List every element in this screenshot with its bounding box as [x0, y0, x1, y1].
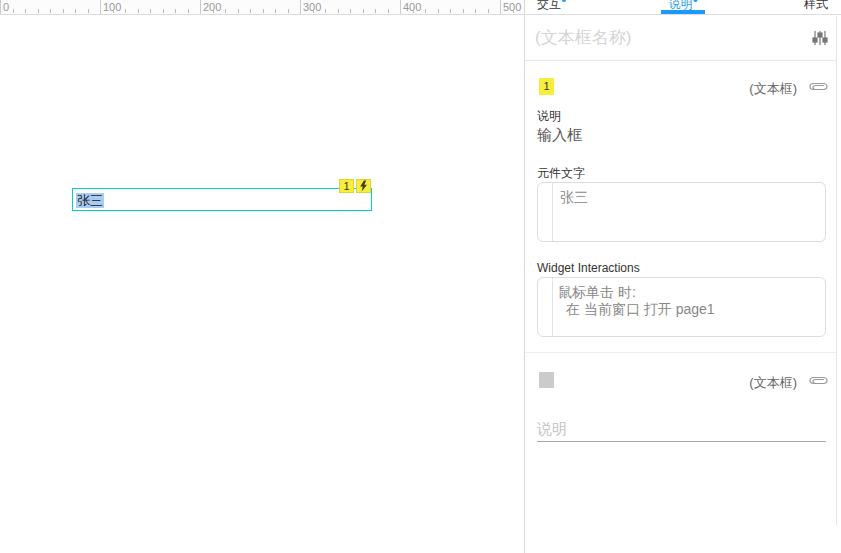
tab-label: 样式	[804, 0, 828, 11]
widget-text-label: 元件文字	[537, 165, 585, 182]
ruler-minor-tick	[375, 9, 376, 13]
interaction-action: 在 当前窗口 打开 page1	[566, 301, 715, 319]
paperclip-icon[interactable]	[809, 81, 828, 92]
note-field-value[interactable]: 输入框	[537, 126, 582, 145]
widget-text-value: 张三	[560, 189, 588, 207]
ruler: 0100200300400500	[0, 0, 524, 15]
section-divider	[525, 352, 836, 353]
widget-interactions-box[interactable]: 鼠标单击 时: 在 当前窗口 打开 page1	[537, 277, 826, 337]
tune-filter-icon[interactable]	[812, 30, 828, 46]
box-gutter-line	[552, 278, 553, 336]
paperclip-icon[interactable]	[809, 375, 828, 386]
ruler-minor-tick	[38, 9, 39, 13]
ruler-minor-tick	[338, 9, 339, 13]
widget-text: 张三	[76, 193, 104, 208]
ruler-major-tick	[500, 0, 501, 15]
active-tab-underline	[661, 10, 705, 14]
widget-name-input[interactable]	[535, 25, 803, 51]
interaction-event: 鼠标单击 时:	[558, 284, 636, 302]
section-divider	[525, 60, 836, 61]
ruler-minor-tick	[325, 9, 326, 13]
widget-interactions-label: Widget Interactions	[537, 261, 640, 275]
ruler-minor-tick	[88, 9, 89, 13]
tab-interactions[interactable]: 交互	[537, 0, 566, 13]
ruler-major-tick	[0, 0, 1, 15]
ruler-major-tick	[200, 0, 201, 15]
ruler-minor-tick	[125, 9, 126, 13]
ruler-minor-tick	[50, 9, 51, 13]
ruler-major-tick	[400, 0, 401, 15]
widget-text-box[interactable]: 张三	[537, 182, 826, 242]
note-input-empty[interactable]	[537, 415, 826, 442]
ruler-minor-tick	[413, 9, 414, 13]
tab-label: 交互	[537, 0, 561, 11]
tab-dot-indicator	[562, 0, 566, 2]
ruler-minor-tick	[150, 9, 151, 13]
ruler-minor-tick	[350, 9, 351, 13]
ruler-minor-tick	[13, 9, 14, 13]
ruler-minor-tick	[475, 9, 476, 13]
ruler-minor-tick	[213, 9, 214, 13]
widget-type-label: (文本框)	[749, 80, 797, 98]
ruler-minor-tick	[25, 9, 26, 13]
ruler-minor-tick	[238, 9, 239, 13]
ruler-minor-tick	[388, 9, 389, 13]
interaction-bolt-badge[interactable]	[356, 179, 371, 193]
ruler-label: 0	[3, 1, 9, 13]
tab-style[interactable]: 样式	[804, 0, 828, 13]
ruler-minor-tick	[488, 9, 489, 13]
panel-scrollbar-track[interactable]	[836, 16, 837, 525]
ruler-minor-tick	[513, 9, 514, 13]
ruler-minor-tick	[438, 9, 439, 13]
footnote-number-badge[interactable]: 1	[339, 179, 354, 193]
widget-type-label: (文本框)	[749, 374, 797, 392]
tab-dot-indicator	[694, 0, 698, 2]
ruler-minor-tick	[363, 9, 364, 13]
ruler-minor-tick	[263, 9, 264, 13]
ruler-minor-tick	[188, 9, 189, 13]
ruler-major-tick	[300, 0, 301, 15]
ruler-minor-tick	[275, 9, 276, 13]
ruler-minor-tick	[450, 9, 451, 13]
ruler-minor-tick	[63, 9, 64, 13]
footnote-number-badge[interactable]: 1	[539, 78, 554, 95]
ruler-minor-tick	[75, 9, 76, 13]
text-field-widget[interactable]: 张三	[72, 188, 372, 211]
note-field-label: 说明	[537, 108, 561, 125]
ruler-minor-tick	[463, 9, 464, 13]
box-gutter-line	[552, 183, 553, 241]
footnote-empty-badge[interactable]	[539, 372, 554, 388]
ruler-major-tick	[100, 0, 101, 15]
axure-note-inspector-window: 0100200300400500 张三 1 交互 说明 样式	[0, 0, 841, 553]
inspector-panel: 交互 说明 样式 1 (文本框)	[524, 0, 841, 553]
ruler-minor-tick	[113, 9, 114, 13]
ruler-minor-tick	[313, 9, 314, 13]
ruler-minor-tick	[250, 9, 251, 13]
inspector-tabbar: 交互 说明 样式	[525, 0, 841, 15]
ruler-minor-tick	[175, 9, 176, 13]
ruler-minor-tick	[425, 9, 426, 13]
ruler-minor-tick	[163, 9, 164, 13]
ruler-minor-tick	[225, 9, 226, 13]
lightning-icon	[357, 180, 370, 192]
design-canvas[interactable]: 张三 1	[0, 15, 524, 553]
ruler-minor-tick	[288, 9, 289, 13]
ruler-minor-tick	[138, 9, 139, 13]
